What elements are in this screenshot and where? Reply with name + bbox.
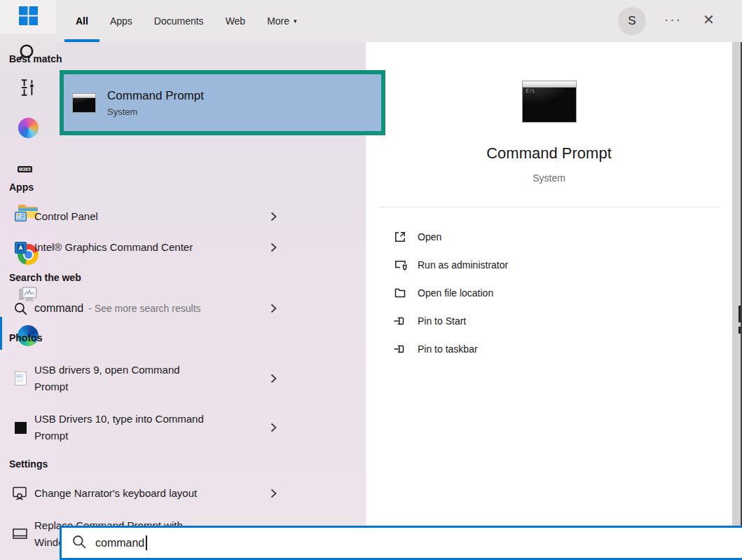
taskbar-copilot-button[interactable] xyxy=(0,116,56,139)
preview-subtitle: System xyxy=(366,172,732,184)
photos-header: Photos xyxy=(9,332,42,343)
folder-icon xyxy=(392,287,408,299)
best-match-subtitle: System xyxy=(107,107,204,117)
user-avatar[interactable]: S xyxy=(618,7,646,35)
chevron-right-icon[interactable] xyxy=(270,374,277,383)
preview-content: C:\ Command Prompt System Open xyxy=(366,42,732,526)
pin-icon xyxy=(392,343,408,355)
preview-title: Command Prompt xyxy=(366,144,732,163)
action-open[interactable]: Open xyxy=(366,223,732,251)
tab-apps[interactable]: Apps xyxy=(110,0,132,42)
result-control-panel[interactable]: Control Panel xyxy=(0,201,310,232)
shield-window-icon xyxy=(392,258,408,272)
tab-all[interactable]: All xyxy=(76,0,88,42)
cmd-prompt-label: C:\ xyxy=(526,88,535,94)
web-search-suffix: - See more search results xyxy=(88,303,200,314)
start-button[interactable] xyxy=(0,0,56,34)
chevron-right-icon[interactable] xyxy=(270,243,277,252)
settings-header: Settings xyxy=(9,458,48,470)
result-setting-narrator[interactable]: Change Narrator's keyboard layout xyxy=(0,478,310,509)
pin-icon xyxy=(392,315,408,327)
windows-logo-icon xyxy=(19,6,38,28)
narrator-icon xyxy=(12,486,29,500)
open-icon xyxy=(392,230,408,244)
text-cursor xyxy=(146,535,147,550)
action-list: Open Run as administrator Open file l xyxy=(366,223,732,363)
apps-header: Apps xyxy=(9,182,34,193)
options-menu-button[interactable]: ··· xyxy=(664,12,682,27)
taskbar-task-view-button[interactable] xyxy=(0,76,56,102)
web-search-query: command xyxy=(34,302,83,315)
search-web-header: Search the web xyxy=(9,272,81,283)
action-run-as-admin[interactable]: Run as administrator xyxy=(366,251,732,279)
task-view-icon xyxy=(18,78,38,100)
ellipsis-icon: ··· xyxy=(664,12,682,27)
search-icon xyxy=(72,535,86,552)
command-prompt-icon: C:\ xyxy=(522,81,577,123)
taskbar-m365-copilot-button[interactable]: M365 xyxy=(0,159,56,182)
search-icon xyxy=(12,302,29,315)
action-pin-to-taskbar[interactable]: Pin to taskbar xyxy=(366,335,732,363)
action-open-file-location[interactable]: Open file location xyxy=(366,279,732,307)
chevron-right-icon[interactable] xyxy=(270,423,277,432)
command-prompt-icon xyxy=(72,93,96,113)
photo-thumbnail-icon xyxy=(12,371,29,385)
tab-more[interactable]: More ▾ xyxy=(267,0,296,42)
chevron-down-icon: ▾ xyxy=(294,18,297,25)
divider xyxy=(378,207,720,207)
result-web-search[interactable]: command - See more search results xyxy=(0,293,310,324)
chevron-right-icon[interactable] xyxy=(270,212,277,221)
search-filter-bar: All Apps Documents Web More ▾ S ··· ✕ xyxy=(56,0,742,42)
best-match-header: Best match xyxy=(9,53,62,64)
background-window-edge xyxy=(732,0,742,526)
m365-badge: M365 xyxy=(18,166,32,172)
photo-thumbnail-icon xyxy=(12,422,29,434)
close-button[interactable]: ✕ xyxy=(703,11,715,28)
close-icon: ✕ xyxy=(703,12,715,27)
best-match-result[interactable]: Command Prompt System xyxy=(64,74,381,131)
best-match-title: Command Prompt xyxy=(107,89,204,103)
result-photo-usb10[interactable]: USB Drivers 10, type into Command Prompt xyxy=(0,405,310,450)
tab-web[interactable]: Web xyxy=(226,0,246,42)
result-intel-gcc[interactable]: Intel® Graphics Command Center xyxy=(0,232,310,263)
filter-tabs: All Apps Documents Web More ▾ xyxy=(56,0,297,42)
chevron-right-icon[interactable] xyxy=(270,489,277,498)
windows-search-flyout: M365 xyxy=(0,0,742,560)
search-input[interactable]: command xyxy=(60,526,742,560)
control-panel-icon xyxy=(12,212,29,221)
action-pin-to-start[interactable]: Pin to Start xyxy=(366,307,732,335)
annotation-highlight-box: Command Prompt System xyxy=(60,70,385,135)
intel-gcc-icon xyxy=(12,242,29,254)
chevron-right-icon[interactable] xyxy=(270,303,277,313)
copilot-icon xyxy=(18,118,39,138)
tab-documents[interactable]: Documents xyxy=(154,0,204,42)
search-input-value: command xyxy=(95,537,144,549)
result-photo-usb9[interactable]: USB drivers 9, open Command Prompt xyxy=(0,356,310,401)
console-window-icon xyxy=(12,528,29,540)
